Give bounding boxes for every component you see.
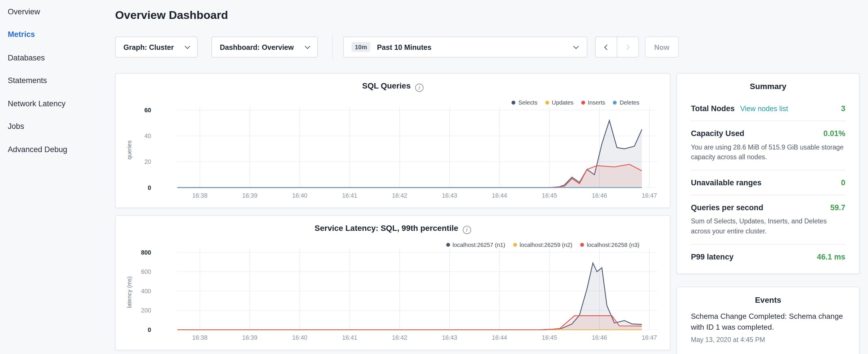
svg-text:800: 800 [141, 249, 151, 256]
events-title: Events [677, 287, 859, 310]
sidebar-item-overview[interactable]: Overview [0, 0, 108, 23]
summary-row-total-nodes: Total Nodes View nodes list 3 [691, 96, 845, 121]
svg-text:16:39: 16:39 [242, 334, 257, 341]
svg-text:16:38: 16:38 [192, 192, 208, 199]
sidebar-item-network-latency[interactable]: Network Latency [0, 92, 108, 115]
info-icon[interactable] [463, 226, 471, 234]
svg-text:16:42: 16:42 [392, 334, 407, 341]
svg-text:60: 60 [145, 107, 151, 114]
chart-title: SQL Queries [116, 81, 670, 92]
svg-text:16:43: 16:43 [442, 334, 457, 341]
svg-text:0: 0 [148, 185, 151, 191]
event-item[interactable]: Schema Change Completed: Schema change w… [691, 311, 845, 344]
service-latency-panel: Service Latency: SQL, 99th percentile lo… [115, 215, 671, 350]
page-title: Overview Dashboard [115, 8, 228, 22]
svg-text:16:44: 16:44 [492, 334, 507, 341]
svg-text:16:39: 16:39 [242, 192, 257, 199]
unavailable-ranges-value: 0 [841, 178, 845, 187]
chevron-down-icon [573, 43, 579, 49]
page: Overview Metrics Databases Statements Ne… [0, 0, 868, 354]
svg-text:16:45: 16:45 [542, 334, 557, 341]
svg-text:16:42: 16:42 [392, 192, 407, 199]
svg-text:16:44: 16:44 [492, 192, 507, 199]
svg-text:16:47: 16:47 [642, 334, 657, 341]
svg-text:16:41: 16:41 [342, 192, 358, 199]
svg-text:200: 200 [141, 307, 151, 314]
sidebar-item-jobs[interactable]: Jobs [0, 115, 108, 138]
sidebar-item-statements[interactable]: Statements [0, 69, 108, 92]
time-range-label: Past 10 Minutes [377, 43, 432, 51]
summary-body: Total Nodes View nodes list 3 Capacity U… [677, 96, 859, 273]
svg-text:16:45: 16:45 [542, 192, 557, 199]
svg-text:16:46: 16:46 [592, 192, 607, 199]
summary-panel: Summary Total Nodes View nodes list 3 Ca… [677, 73, 860, 274]
queries-per-second-description: Sum of Selects, Updates, Inserts, and De… [691, 216, 845, 236]
svg-text:16:38: 16:38 [192, 334, 208, 341]
capacity-used-value: 0.01% [823, 129, 845, 138]
sidebar-item-metrics[interactable]: Metrics [0, 23, 108, 46]
svg-text:16:40: 16:40 [292, 192, 307, 199]
svg-text:16:46: 16:46 [592, 334, 607, 341]
events-panel: Events Schema Change Completed: Schema c… [677, 287, 860, 354]
event-text: Schema Change Completed: Schema change w… [691, 311, 845, 333]
queries-per-second-value: 59.7 [830, 203, 845, 212]
svg-text:16:41: 16:41 [342, 334, 358, 341]
service-latency-chart[interactable]: 020040060080016:3816:3916:4016:4116:4216… [116, 246, 671, 349]
capacity-used-description: You are using 28.6 MiB of 515.9 GiB usab… [691, 142, 845, 162]
chart-title: Service Latency: SQL, 99th percentile [116, 223, 670, 234]
summary-title: Summary [677, 74, 859, 96]
svg-text:400: 400 [141, 288, 151, 295]
view-nodes-list-link[interactable]: View nodes list [740, 104, 788, 113]
controls-bar: Graph: Cluster Dashboard: Overview 10m P… [115, 36, 868, 57]
svg-text:0: 0 [148, 326, 151, 333]
info-icon[interactable] [415, 84, 423, 92]
sidebar-item-databases[interactable]: Databases [0, 46, 108, 69]
now-button[interactable]: Now [645, 36, 679, 57]
total-nodes-value: 3 [841, 104, 845, 113]
summary-row-p99-latency: P99 latency 46.1 ms [691, 244, 845, 269]
summary-row-unavailable-ranges: Unavailable ranges 0 [691, 170, 845, 195]
time-range-badge: 10m [351, 42, 371, 52]
summary-row-queries-per-second: Queries per second 59.7 Sum of Selects, … [691, 195, 845, 244]
sql-queries-chart[interactable]: 020406016:3816:3916:4016:4116:4216:4316:… [116, 103, 671, 206]
svg-text:16:40: 16:40 [292, 334, 307, 341]
svg-text:16:47: 16:47 [642, 192, 657, 199]
summary-row-capacity-used: Capacity Used 0.01% You are using 28.6 M… [691, 121, 845, 170]
svg-text:600: 600 [141, 268, 151, 275]
time-forward-button[interactable] [617, 36, 639, 57]
svg-text:16:43: 16:43 [442, 192, 457, 199]
dashboard-dropdown[interactable]: Dashboard: Overview [212, 36, 318, 57]
events-list: Schema Change Completed: Schema change w… [677, 310, 859, 344]
sql-queries-panel: SQL Queries SelectsUpdatesInsertsDeletes… [115, 73, 671, 208]
svg-text:20: 20 [145, 158, 151, 165]
event-timestamp: May 13, 2020 at 4:45 PM [691, 336, 845, 344]
graph-dropdown[interactable]: Graph: Cluster [115, 36, 198, 57]
chevron-down-icon [185, 43, 190, 49]
time-back-button[interactable] [595, 36, 617, 57]
sidebar: Overview Metrics Databases Statements Ne… [0, 0, 108, 354]
chevron-down-icon [305, 43, 310, 49]
chevron-left-icon [604, 44, 610, 50]
time-range-dropdown[interactable]: 10m Past 10 Minutes [343, 36, 587, 57]
p99-latency-value: 46.1 ms [817, 252, 845, 261]
app-root: Overview Metrics Databases Statements Ne… [0, 0, 868, 354]
svg-text:40: 40 [145, 133, 151, 139]
sidebar-item-advanced-debug[interactable]: Advanced Debug [0, 138, 108, 161]
controls-divider [332, 34, 333, 60]
chevron-right-icon [624, 44, 629, 50]
